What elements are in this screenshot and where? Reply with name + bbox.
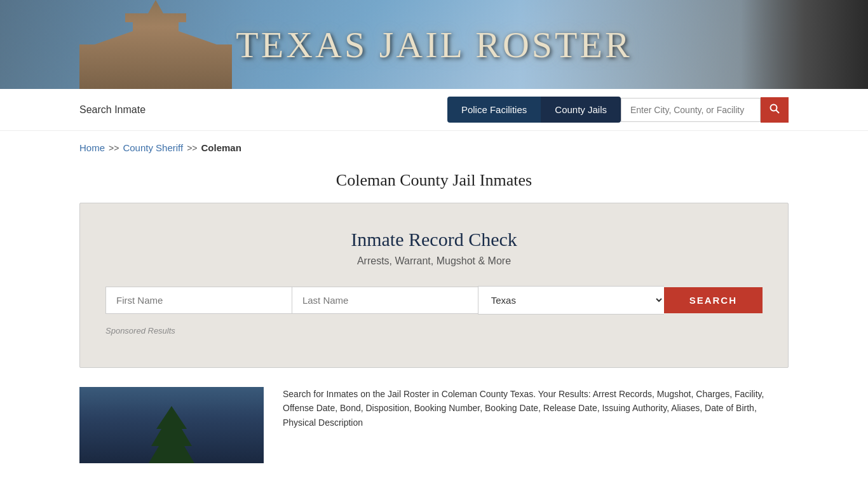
- nav-buttons: Police Facilities County Jails: [447, 97, 789, 123]
- breadcrumb-county-sheriff[interactable]: County Sheriff: [123, 142, 183, 153]
- breadcrumb-current: Coleman: [201, 142, 241, 153]
- facility-search-button[interactable]: [761, 97, 789, 123]
- page-title: Coleman County Jail Inmates: [0, 171, 868, 190]
- search-inmate-label: Search Inmate: [79, 104, 447, 116]
- inmate-search-button[interactable]: SEARCH: [664, 287, 763, 313]
- search-icon: [770, 104, 780, 114]
- inmate-search-fields: AlabamaAlaskaArizonaArkansasCaliforniaCo…: [105, 286, 763, 315]
- breadcrumb: Home >> County Sheriff >> Coleman: [0, 131, 868, 165]
- site-title: Texas Jail Roster: [236, 24, 632, 66]
- county-image: [79, 387, 264, 463]
- record-check-box: Inmate Record Check Arrests, Warrant, Mu…: [79, 203, 789, 368]
- bottom-section: Search for Inmates on the Jail Roster in…: [0, 387, 868, 463]
- county-jails-button[interactable]: County Jails: [541, 97, 621, 123]
- record-check-title: Inmate Record Check: [105, 229, 763, 250]
- police-facilities-button[interactable]: Police Facilities: [447, 97, 541, 123]
- last-name-input[interactable]: [292, 287, 478, 314]
- page-title-section: Coleman County Jail Inmates: [0, 165, 868, 203]
- first-name-input[interactable]: [105, 287, 292, 314]
- state-select[interactable]: AlabamaAlaskaArizonaArkansasCaliforniaCo…: [478, 286, 664, 315]
- svg-line-1: [776, 110, 779, 113]
- nav-bar: Search Inmate Police Facilities County J…: [0, 89, 868, 131]
- breadcrumb-sep2: >>: [187, 143, 197, 153]
- header-banner: Texas Jail Roster: [0, 0, 868, 89]
- facility-search-input[interactable]: [621, 98, 761, 122]
- record-check-subtitle: Arrests, Warrant, Mugshot & More: [105, 255, 763, 267]
- bottom-description: Search for Inmates on the Jail Roster in…: [283, 387, 789, 463]
- breadcrumb-sep1: >>: [109, 143, 119, 153]
- tree-decoration: [146, 406, 197, 463]
- sponsored-label: Sponsored Results: [105, 326, 763, 336]
- breadcrumb-home[interactable]: Home: [79, 142, 105, 153]
- keys-image: [741, 0, 868, 89]
